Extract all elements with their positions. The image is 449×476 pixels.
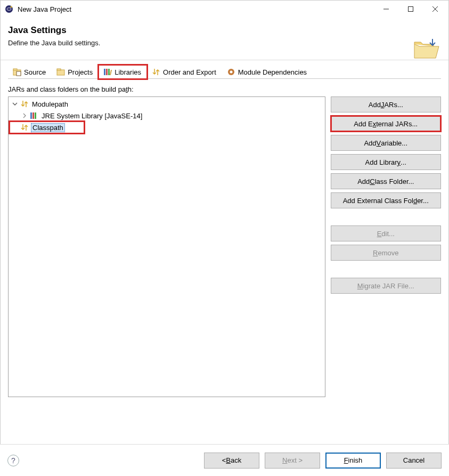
tree-label: Modulepath — [31, 100, 69, 108]
add-class-folder-button[interactable]: Add Class Folder... — [331, 173, 441, 189]
tab-label: Order and Export — [163, 68, 216, 76]
add-library-button[interactable]: Add Library... — [331, 154, 441, 170]
svg-point-2 — [10, 6, 12, 7]
svg-rect-14 — [108, 69, 110, 75]
svg-rect-19 — [32, 112, 34, 119]
svg-rect-12 — [104, 69, 105, 75]
tab-source[interactable]: Source — [8, 65, 52, 79]
eclipse-icon — [5, 5, 13, 13]
tab-libraries[interactable]: Libraries — [99, 65, 147, 79]
tab-label: Module Dependencies — [238, 68, 307, 76]
close-button[interactable] — [423, 1, 447, 18]
migrate-jar-button: Migrate JAR File... — [331, 278, 441, 294]
chevron-down-icon[interactable] — [12, 101, 18, 107]
tree-label: Classpath — [31, 123, 65, 132]
cancel-button[interactable]: Cancel — [386, 453, 442, 469]
help-icon[interactable]: ? — [7, 455, 19, 466]
titlebar: New Java Project — [1, 1, 448, 18]
tab-projects[interactable]: Projects — [52, 65, 99, 79]
add-external-jars-button[interactable]: Add External JARs... — [331, 116, 441, 132]
classpath-icon — [20, 123, 29, 132]
order-icon — [152, 68, 160, 76]
back-button[interactable]: < Back — [204, 453, 259, 469]
tab-label: Source — [24, 68, 46, 76]
svg-rect-13 — [106, 69, 108, 75]
edit-button: Edit... — [331, 225, 441, 241]
remove-button: Remove — [331, 245, 441, 261]
tab-label: Libraries — [115, 68, 141, 76]
svg-rect-9 — [17, 71, 21, 76]
tab-label: Projects — [68, 68, 93, 76]
tree-label: JRE System Library [JavaSE-14] — [40, 112, 143, 120]
wizard-header: Java Settings Define the Java build sett… — [1, 18, 448, 60]
svg-rect-4 — [409, 7, 413, 12]
window-title: New Java Project — [18, 5, 374, 13]
source-folder-icon — [13, 68, 21, 76]
modulepath-icon — [20, 100, 29, 108]
button-column: Add JARs... Add External JARs... Add Var… — [331, 96, 441, 397]
projects-folder-icon — [56, 68, 65, 76]
svg-point-17 — [230, 71, 232, 74]
page-title: Java Settings — [8, 25, 438, 36]
folder-open-icon — [412, 37, 441, 62]
wizard-footer: ? < Back Next > Finish Cancel — [0, 444, 449, 476]
tree-node-jre[interactable]: JRE System Library [JavaSE-14] — [10, 110, 324, 122]
svg-rect-8 — [13, 69, 17, 70]
page-subtitle: Define the Java build settings. — [8, 39, 438, 47]
divider — [1, 60, 448, 60]
library-icon — [30, 111, 38, 120]
maximize-button[interactable] — [398, 1, 423, 18]
chevron-right-icon[interactable] — [21, 112, 28, 119]
prompt-label: JARs and class folders on the build path… — [8, 85, 441, 93]
tab-bar: Source Projects Libraries Order and Expo… — [8, 64, 441, 79]
tree-node-classpath[interactable]: Classpath — [10, 122, 84, 133]
svg-rect-20 — [35, 112, 36, 119]
finish-button[interactable]: Finish — [325, 453, 381, 469]
tab-module-dependencies[interactable]: Module Dependencies — [222, 65, 313, 79]
libraries-icon — [103, 68, 112, 76]
tree-node-modulepath[interactable]: Modulepath — [10, 98, 324, 110]
tab-order-export[interactable]: Order and Export — [147, 65, 222, 79]
svg-rect-11 — [57, 69, 61, 70]
module-icon — [227, 68, 235, 76]
svg-rect-15 — [110, 70, 112, 75]
add-external-class-folder-button[interactable]: Add External Class Folder... — [331, 192, 441, 208]
build-path-tree[interactable]: Modulepath JRE System Library [JavaSE-14… — [8, 96, 325, 397]
next-button: Next > — [265, 453, 320, 469]
minimize-button[interactable] — [374, 1, 398, 18]
add-jars-button[interactable]: Add JARs... — [331, 96, 441, 112]
svg-rect-18 — [30, 112, 32, 119]
add-variable-button[interactable]: Add Variable... — [331, 135, 441, 151]
